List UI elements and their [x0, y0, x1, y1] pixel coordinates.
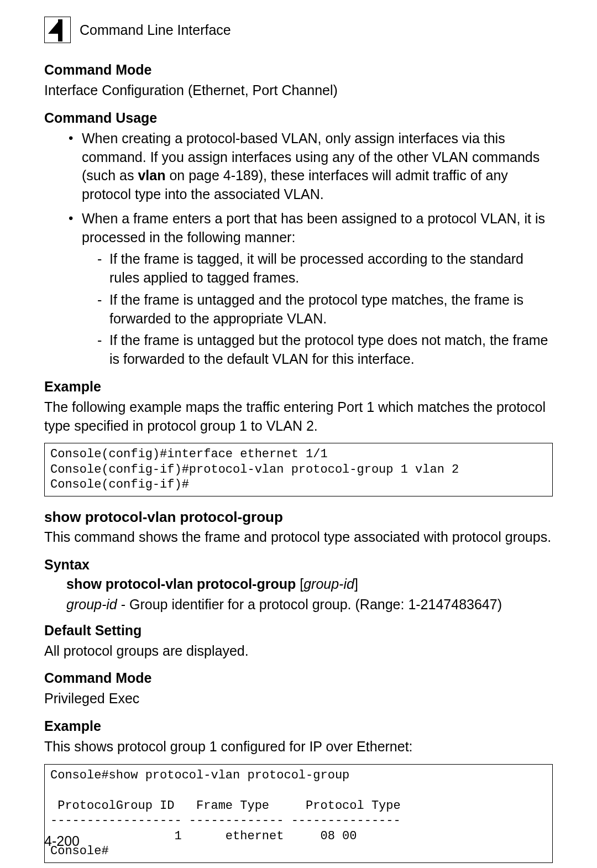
command-mode-text: Interface Configuration (Ethernet, Port …	[44, 81, 553, 100]
usage-sub-list: If the frame is tagged, it will be proce…	[97, 250, 553, 369]
list-item: If the frame is tagged, it will be proce…	[97, 250, 553, 287]
heading-command-mode-2: Command Mode	[44, 670, 553, 686]
document-page: Command Line Interface Command Mode Inte…	[0, 0, 597, 868]
page-number: 4-200	[44, 833, 80, 849]
syntax-param-line: group-id - Group identifier for a protoc…	[66, 597, 553, 613]
svg-rect-1	[58, 19, 62, 41]
command-title-show-protocol-vlan: show protocol-vlan protocol-group	[44, 509, 553, 526]
list-item: When creating a protocol-based VLAN, onl…	[66, 129, 553, 204]
page-header: Command Line Interface	[44, 17, 553, 43]
chapter-number-icon	[44, 17, 71, 43]
heading-command-usage: Command Usage	[44, 110, 553, 126]
heading-default-setting: Default Setting	[44, 623, 553, 639]
heading-example-1: Example	[44, 379, 553, 395]
syntax-param-italic: group-id	[66, 597, 117, 612]
command-usage-bullets: When creating a protocol-based VLAN, onl…	[66, 129, 553, 369]
list-item: When a frame enters a port that has been…	[66, 210, 553, 369]
syntax-bracket-open: [	[296, 576, 303, 592]
code-block-2: Console#show protocol-vlan protocol-grou…	[44, 764, 553, 863]
list-item: If the frame is untagged but the protoco…	[97, 331, 553, 369]
heading-example-2: Example	[44, 718, 553, 734]
heading-command-mode: Command Mode	[44, 62, 553, 78]
default-setting-text: All protocol groups are displayed.	[44, 642, 553, 661]
code-block-1: Console(config)#interface ethernet 1/1 C…	[44, 443, 553, 496]
example-2-text: This shows protocol group 1 configured f…	[44, 738, 553, 756]
list-item: If the frame is untagged and the protoco…	[97, 291, 553, 328]
usage-b1-bold: vlan	[138, 168, 165, 183]
syntax-param-rest: - Group identifier for a protocol group.…	[117, 597, 502, 612]
syntax-bracket-close: ]	[354, 576, 358, 592]
header-title: Command Line Interface	[80, 22, 231, 38]
syntax-command-line: show protocol-vlan protocol-group [group…	[66, 576, 553, 592]
syntax-cmd-bold: show protocol-vlan protocol-group	[66, 576, 296, 592]
command-mode-2-text: Privileged Exec	[44, 689, 553, 708]
example-1-text: The following example maps the traffic e…	[44, 398, 553, 436]
command-description: This command shows the frame and protoco…	[44, 528, 553, 547]
syntax-arg-italic: group-id	[303, 576, 354, 592]
heading-syntax: Syntax	[44, 557, 553, 573]
usage-b2: When a frame enters a port that has been…	[82, 211, 545, 245]
